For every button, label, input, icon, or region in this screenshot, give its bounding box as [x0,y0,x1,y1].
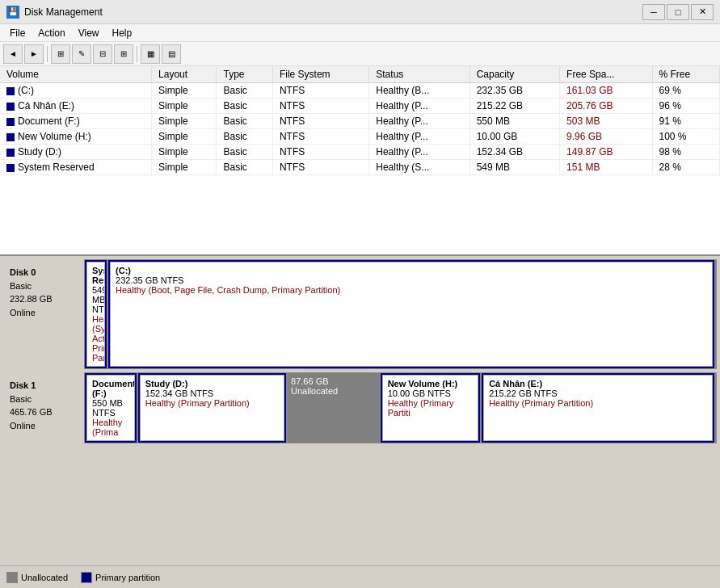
toolbar-forward[interactable]: ► [24,44,44,64]
toolbar-back[interactable]: ◄ [3,44,23,64]
partition-size: 549 MB NTFS [92,285,99,314]
close-button[interactable]: ✕ [691,4,714,20]
table-row[interactable]: (C:) Simple Basic NTFS Healthy (B... 232… [0,83,720,99]
cell-layout: Simple [152,145,217,160]
partition-size: 10.00 GB NTFS [388,388,474,398]
maximize-button[interactable]: □ [667,4,689,20]
legend-bar: Unallocated Primary partition [0,565,720,588]
cell-layout: Simple [152,99,217,114]
cell-pct: 28 % [652,160,719,175]
col-type: Type [217,66,272,83]
cell-layout: Simple [152,83,217,99]
menu-help[interactable]: Help [106,26,139,40]
window-controls: ─ □ ✕ [642,4,714,20]
cell-type: Basic [217,160,272,175]
partition-status: Healthy (Prima [92,418,129,437]
cell-pct: 98 % [652,145,719,160]
partition-status: Healthy (Boot, Page File, Crash Dump, Pr… [116,285,707,295]
partition-disk1-canhon[interactable]: Cá Nhân (E:) 215.22 GB NTFS Healthy (Pri… [482,373,716,443]
legend-unallocated: Unallocated [6,572,68,583]
partition-inner-disk1-doc: Document (F:) 550 MB NTFS Healthy (Prima [86,375,135,441]
cell-pct: 91 % [652,114,719,129]
partition-disk0-c[interactable]: (C:) 232.35 GB NTFS Healthy (Boot, Page … [108,260,716,368]
partition-disk1-doc[interactable]: Document (F:) 550 MB NTFS Healthy (Prima [85,373,138,443]
window-title: Disk Management [24,6,642,18]
toolbar-btn-3[interactable]: ⊞ [51,44,70,64]
partition-disk1-unalloc[interactable]: 87.66 GB Unallocated [288,373,381,443]
disk-size: 232.88 GB [10,292,78,306]
toolbar-btn-4[interactable]: ✎ [72,44,91,64]
disk-label-disk0: Disk 0 Basic 232.88 GB Online [3,259,84,369]
toolbar-btn-7[interactable]: ▦ [141,44,160,64]
partition-size: 152.34 GB NTFS [145,388,279,398]
cell-fs: NTFS [272,83,368,99]
cell-free: 151 MB [560,160,652,175]
partition-inner-disk0-c: (C:) 232.35 GB NTFS Healthy (Boot, Page … [110,262,713,367]
disk-partitions-disk0: System Reserved 549 MB NTFS Healthy (Sys… [84,259,717,369]
partition-disk1-newvol[interactable]: New Volume (H:) 10.00 GB NTFS Healthy (P… [381,373,482,443]
volume-table: Volume Layout Type File System Status Ca… [0,66,720,175]
cell-type: Basic [217,99,272,114]
table-row[interactable]: New Volume (H:) Simple Basic NTFS Health… [0,129,720,145]
toolbar: ◄ ► ⊞ ✎ ⊟ ⊞ ▦ ▤ [0,42,720,66]
partition-name: New Volume (H:) [388,379,474,388]
toolbar-btn-6[interactable]: ⊞ [114,44,133,64]
partition-name: Document (F:) [92,379,129,398]
partition-name: Cá Nhân (E:) [489,379,707,388]
disk-label-disk1: Disk 1 Basic 465.76 GB Online [3,372,84,443]
cell-fs: NTFS [272,99,368,114]
disk-name: Disk 0 [10,266,78,279]
menu-action[interactable]: Action [32,26,71,40]
main-content: Volume Layout Type File System Status Ca… [0,66,720,565]
cell-status: Healthy (P... [369,145,469,160]
cell-layout: Simple [152,114,217,129]
partition-inner-disk1-canhon: Cá Nhân (E:) 215.22 GB NTFS Healthy (Pri… [483,375,713,441]
cell-fs: NTFS [272,114,368,129]
cell-free: 9.96 GB [560,129,652,145]
cell-type: Basic [217,114,272,129]
disk-row-disk0: Disk 0 Basic 232.88 GB Online System Res… [3,259,717,369]
legend-primary: Primary partition [81,572,160,583]
menu-view[interactable]: View [72,26,106,40]
col-volume: Volume [0,66,152,83]
disk-type: Basic [10,279,78,293]
partition-status: Healthy (System, Active, Primary Partiti… [92,314,99,363]
cell-layout: Simple [152,129,217,145]
menu-file[interactable]: File [3,26,32,40]
partition-size: 232.35 GB NTFS [116,275,707,285]
title-bar: 💾 Disk Management ─ □ ✕ [0,0,720,24]
cell-status: Healthy (B... [369,83,469,99]
minimize-button[interactable]: ─ [642,4,665,20]
table-row[interactable]: Study (D:) Simple Basic NTFS Healthy (P.… [0,145,720,160]
legend-box-primary [81,572,92,583]
col-layout: Layout [152,66,217,83]
volume-table-section: Volume Layout Type File System Status Ca… [0,66,720,256]
cell-capacity: 232.35 GB [469,83,559,99]
toolbar-btn-5[interactable]: ⊟ [93,44,112,64]
cell-volume: System Reserved [0,160,152,175]
disk-type: Basic [10,393,78,406]
cell-status: Healthy (P... [369,129,469,145]
legend-label-unallocated: Unallocated [21,573,68,582]
partition-size: 215.22 GB NTFS [489,388,707,398]
cell-fs: NTFS [272,160,368,175]
partition-unalloc-size: 87.66 GB [291,376,376,386]
table-row[interactable]: Document (F:) Simple Basic NTFS Healthy … [0,114,720,129]
disk-status: Online [10,306,78,320]
cell-capacity: 10.00 GB [469,129,559,145]
partition-disk0-sysres[interactable]: System Reserved 549 MB NTFS Healthy (Sys… [85,260,108,368]
toolbar-separator-1 [47,46,48,62]
col-status: Status [369,66,469,83]
cell-volume: Cá Nhân (E:) [0,99,152,114]
cell-layout: Simple [152,160,217,175]
table-row[interactable]: System Reserved Simple Basic NTFS Health… [0,160,720,175]
partition-name: Study (D:) [145,379,279,388]
disk-name: Disk 1 [10,379,78,393]
cell-type: Basic [217,145,272,160]
partition-status: Healthy (Primary Partition) [145,398,279,408]
disk-status: Online [10,419,78,433]
toolbar-btn-8[interactable]: ▤ [162,44,181,64]
table-row[interactable]: Cá Nhân (E:) Simple Basic NTFS Healthy (… [0,99,720,114]
disk-row-disk1: Disk 1 Basic 465.76 GB Online Document (… [3,372,717,443]
partition-disk1-study[interactable]: Study (D:) 152.34 GB NTFS Healthy (Prima… [138,373,288,443]
